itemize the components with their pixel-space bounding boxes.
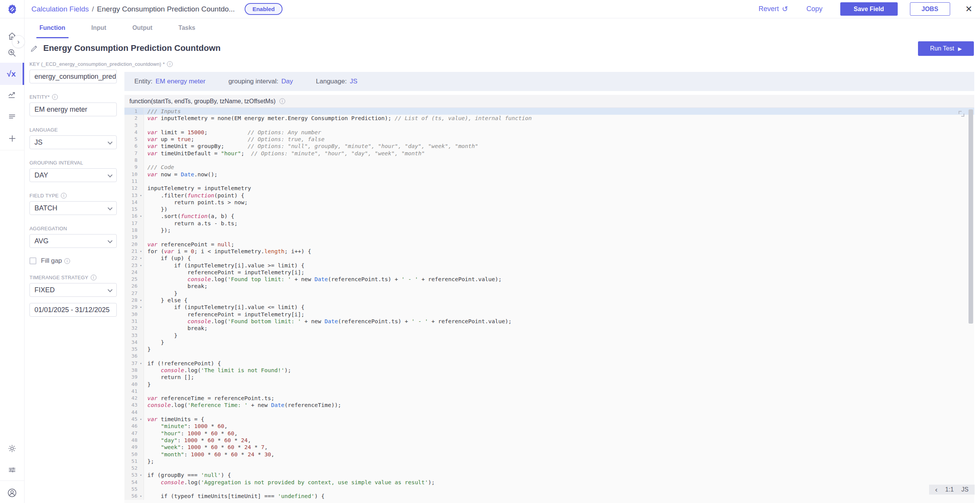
- fold-arrow-icon[interactable]: ▾: [138, 493, 144, 500]
- key-input[interactable]: energy_consumption_predicti: [29, 70, 117, 83]
- code-line[interactable]: 56▾ if (typeof timeUnits[timeUnit] === '…: [124, 493, 974, 500]
- code-line[interactable]: 7var timeUnitDefault = "hour"; // Option…: [124, 150, 974, 157]
- code-line[interactable]: 28▾ } else {: [124, 297, 974, 304]
- fold-arrow-icon[interactable]: ▾: [138, 416, 144, 423]
- code-line[interactable]: 3: [124, 122, 974, 129]
- code-line[interactable]: 19: [124, 234, 974, 241]
- code-line[interactable]: 46 "minute": 1000 * 60,: [124, 423, 974, 430]
- app-logo[interactable]: [0, 0, 24, 18]
- info-icon[interactable]: i: [91, 275, 96, 280]
- code-line[interactable]: 21▾for (var i = 0; i < inputTelemetry.le…: [124, 248, 974, 255]
- code-line[interactable]: 43console.log('Reference Time: ' + new D…: [124, 402, 974, 409]
- code-line[interactable]: 55: [124, 486, 974, 493]
- code-line[interactable]: 27 }: [124, 290, 974, 297]
- code-line[interactable]: 2var inputTelemetry = none(EM energy met…: [124, 115, 974, 122]
- fold-arrow-icon[interactable]: ▾: [138, 192, 144, 199]
- code-line[interactable]: 14 return point.ts > now;: [124, 199, 974, 206]
- code-line[interactable]: 6var timeUnit = groupBy; // Options: "nu…: [124, 143, 974, 150]
- date-range-input[interactable]: 01/01/2025 - 31/12/2025: [29, 303, 117, 317]
- fold-arrow-icon[interactable]: ▾: [138, 213, 144, 220]
- jobs-button[interactable]: JOBS: [910, 2, 950, 16]
- code-line[interactable]: 29▾ if (inputTelemetry[i].value <= limit…: [124, 304, 974, 311]
- fold-arrow-icon[interactable]: ▾: [138, 297, 144, 304]
- code-line[interactable]: 20var referencePoint = null;: [124, 241, 974, 248]
- revert-button[interactable]: Revert ↺: [759, 5, 788, 13]
- code-line[interactable]: 1/// Inputs: [124, 108, 974, 115]
- sidebar-item-add[interactable]: [0, 128, 24, 149]
- code-line[interactable]: 31 console.log('Found bottom limit: ' + …: [124, 318, 974, 325]
- sidebar-item-list[interactable]: [0, 106, 24, 127]
- grouping-interval-select[interactable]: DAY: [29, 168, 117, 182]
- aggregation-select[interactable]: AVG: [29, 234, 117, 248]
- tab-function[interactable]: Function: [36, 18, 69, 38]
- sidebar-item-trends[interactable]: [0, 84, 24, 106]
- code-line[interactable]: 4var limit = 15000; // Options: Any numb…: [124, 129, 974, 136]
- context-language-value[interactable]: JS: [350, 78, 358, 85]
- info-icon[interactable]: i: [52, 94, 58, 100]
- expand-sidebar-button[interactable]: ›: [12, 35, 25, 48]
- code-line[interactable]: 12inputTelemetry = inputTelemetry: [124, 185, 974, 192]
- code-line[interactable]: 35}: [124, 346, 974, 353]
- editor-scrollbar[interactable]: [969, 109, 973, 324]
- code-line[interactable]: 36: [124, 353, 974, 360]
- fill-gap-checkbox[interactable]: [29, 257, 36, 264]
- collapse-chevron-icon[interactable]: ‹: [935, 485, 938, 494]
- code-line[interactable]: 52: [124, 465, 974, 472]
- code-line[interactable]: 30 referencePoint = inputTelemetry[i];: [124, 311, 974, 318]
- info-icon[interactable]: i: [279, 98, 285, 104]
- code-line[interactable]: 45▾var timeUnits = {: [124, 416, 974, 423]
- code-line[interactable]: 15 }): [124, 206, 974, 213]
- code-line[interactable]: 49 "week": 1000 * 60 * 60 * 24 * 7,: [124, 444, 974, 451]
- code-editor[interactable]: 1/// Inputs2var inputTelemetry = none(EM…: [124, 108, 974, 503]
- code-line[interactable]: 42var referenceTime = referencePoint.ts;: [124, 395, 974, 402]
- fold-arrow-icon[interactable]: ▾: [138, 304, 144, 311]
- tab-input[interactable]: Input: [88, 18, 109, 38]
- sidebar-item-calculation-fields[interactable]: √x: [0, 63, 24, 85]
- code-line[interactable]: 54 console.log('Aggregation is not provi…: [124, 479, 974, 486]
- copy-button[interactable]: Copy: [807, 5, 823, 13]
- fold-arrow-icon[interactable]: ▾: [138, 262, 144, 269]
- tab-tasks[interactable]: Tasks: [175, 18, 198, 38]
- code-line[interactable]: 50 "month": 1000 * 60 * 60 * 24 * 30,: [124, 451, 974, 458]
- code-line[interactable]: 18 });: [124, 227, 974, 234]
- code-line[interactable]: 23▾ if (inputTelemetry[i].value >= limit…: [124, 262, 974, 269]
- code-line[interactable]: 40}: [124, 381, 974, 388]
- code-line[interactable]: 47 "hour": 1000 * 60 * 60,: [124, 430, 974, 437]
- zoom-level[interactable]: 1:1: [945, 486, 954, 493]
- code-line[interactable]: 13▾ .filter(function(point) {: [124, 192, 974, 199]
- code-line[interactable]: 34 }: [124, 339, 974, 346]
- fold-arrow-icon[interactable]: ▾: [138, 360, 144, 367]
- info-icon[interactable]: i: [61, 193, 67, 199]
- context-entity-value[interactable]: EM energy meter: [155, 78, 205, 85]
- timerange-strategy-select[interactable]: FIXED: [29, 283, 117, 297]
- code-line[interactable]: 37▾if (!referencePoint) {: [124, 360, 974, 367]
- code-line[interactable]: 17 return a.ts - b.ts;: [124, 220, 974, 227]
- entity-input[interactable]: EM energy meter: [29, 103, 117, 116]
- fullscreen-icon[interactable]: [959, 111, 964, 117]
- code-line[interactable]: 51};: [124, 458, 974, 465]
- sidebar-item-account[interactable]: [0, 482, 24, 503]
- fold-arrow-icon[interactable]: ▾: [138, 472, 144, 479]
- fold-arrow-icon[interactable]: ▾: [138, 248, 144, 255]
- edit-pencil-icon[interactable]: [30, 44, 39, 52]
- sidebar-item-settings[interactable]: [0, 438, 24, 459]
- code-line[interactable]: 11: [124, 178, 974, 185]
- code-line[interactable]: 38 console.log('The limit is not Found!'…: [124, 367, 974, 374]
- fold-arrow-icon[interactable]: ▾: [138, 255, 144, 262]
- sidebar-item-preferences[interactable]: [0, 459, 24, 480]
- code-line[interactable]: 26 break;: [124, 283, 974, 290]
- code-line[interactable]: 39 return [];: [124, 374, 974, 381]
- language-select[interactable]: JS: [29, 135, 117, 149]
- info-icon[interactable]: i: [64, 258, 70, 264]
- info-icon[interactable]: i: [167, 61, 173, 67]
- code-line[interactable]: 24 referencePoint = inputTelemetry[i];: [124, 269, 974, 276]
- code-line[interactable]: 16▾ .sort(function(a, b) {: [124, 213, 974, 220]
- code-line[interactable]: 41: [124, 388, 974, 395]
- save-field-button[interactable]: Save Field: [840, 2, 898, 16]
- code-line[interactable]: 33 }: [124, 332, 974, 339]
- code-line[interactable]: 5var up = true; // Options: true, false: [124, 136, 974, 143]
- code-line[interactable]: 25 console.log('Found top limit: ' + new…: [124, 276, 974, 283]
- code-line[interactable]: 8: [124, 157, 974, 164]
- run-test-button[interactable]: Run Test ▶: [918, 41, 974, 56]
- close-icon[interactable]: ✕: [965, 4, 972, 14]
